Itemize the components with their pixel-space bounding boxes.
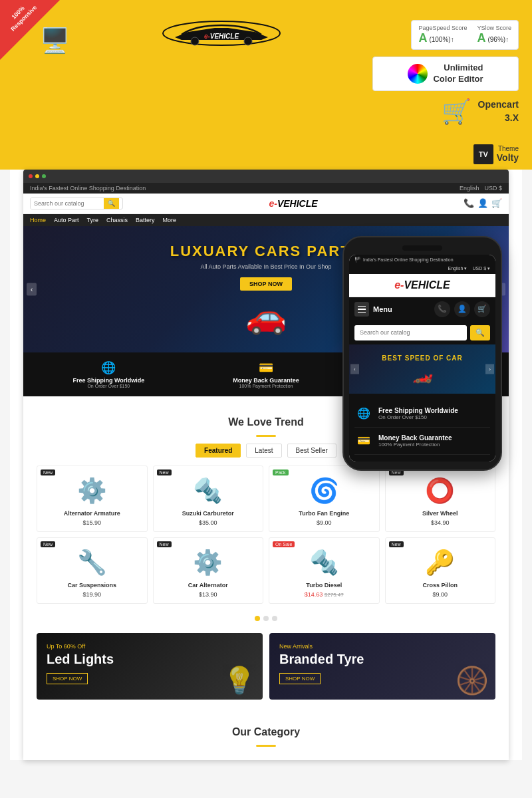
color-editor-text: Unlimited Color Editor (433, 63, 483, 85)
phone-user-btn[interactable]: 👤 (454, 301, 470, 317)
product-name-diesel: Turbo Diesel (275, 582, 374, 589)
opencart-box: 🛒 Opencart 3.X (372, 98, 519, 126)
phone-feature-money-back: 💳 Money Back Guarantee 100% Payment Prot… (354, 428, 490, 455)
phone-menu-label: Menu (373, 305, 430, 313)
feature-money-title: Money Back Guarantee (188, 377, 345, 384)
shipping-icon: 🌐 (30, 360, 188, 375)
tab-latest[interactable]: Latest (246, 444, 281, 458)
phone-currency-btn[interactable]: USD $ ▾ (472, 266, 490, 271)
phone-top-bar: 🏴 India's Fastest Online Shopping Destin… (349, 255, 495, 265)
browser-dot-green (42, 174, 46, 178)
promo-tyre-shop-btn[interactable]: SHOP NOW (279, 673, 321, 684)
nav-chassis[interactable]: Chassis (106, 217, 128, 223)
cart-icon: 🛒 (442, 98, 471, 126)
nav-home[interactable]: Home (30, 217, 46, 223)
phone-shipping-sub: On Order Over $150 (378, 414, 458, 420)
product-badge-new6: New (389, 541, 404, 547)
nav-more[interactable]: More (163, 217, 177, 223)
product-name-turbo: Turbo Fan Engine (275, 510, 374, 517)
promo-tyre-banner: New Arrivals Branded Tyre SHOP NOW 🛞 (269, 633, 495, 700)
phone-features: 🌐 Free Shipping Worldwide On Order Over … (349, 394, 495, 462)
user-icon[interactable]: 👤 (477, 198, 488, 208)
pagination-dot-3[interactable] (272, 616, 277, 621)
themevolty-section: TV Theme Volty (0, 139, 532, 170)
product-img-carb: 🔩 (159, 477, 258, 505)
phone-notch (402, 245, 442, 251)
hamburger-menu[interactable] (354, 302, 369, 317)
nav-tyre[interactable]: Tyre (87, 217, 99, 223)
products-grid: New ⚙️ Alternator Armature $15.90 New 🔩 … (23, 466, 509, 610)
score-box: PageSpeed Score A (100%)↑ YSlow Score A … (411, 20, 519, 50)
color-wheel-icon (408, 64, 428, 84)
phone-menu-row: Menu 📞 👤 🛒 (349, 297, 495, 321)
phone-store-tagline: India's Fastest Online Shopping Destinat… (363, 257, 454, 262)
product-img-susp: 🔧 (43, 549, 142, 577)
promo-led-tag: Up To 60% Off (47, 643, 253, 650)
product-badge-pack: Pack (273, 469, 289, 475)
tab-best-seller[interactable]: Best Seller (287, 444, 336, 458)
phone-icon[interactable]: 📞 (464, 198, 474, 208)
product-card: New 🔑 Cross Pillon $9.00 (385, 537, 496, 604)
shop-now-button[interactable]: SHOP NOW (240, 277, 292, 291)
language-selector[interactable]: English (460, 185, 479, 192)
phone-hero-title: BEST SPEED OF CAR (354, 354, 490, 362)
phone-hero-next[interactable]: › (485, 364, 494, 374)
product-badge-new5: New (157, 541, 172, 547)
product-card: New 🔩 Suzuki Carburetor $35.00 (153, 466, 264, 532)
hamburger-line-2 (358, 309, 366, 310)
product-badge-new: New (41, 469, 55, 475)
our-category-section: Our Category (23, 706, 509, 760)
promo-led-banner: Up To 60% Off Led Lights SHOP NOW 💡 (37, 633, 263, 700)
phone-feature-money-text: Money Back Guarantee 100% Payment Protec… (378, 434, 452, 448)
phone-logo-rest: VEHICLE (404, 279, 450, 291)
phone-hero-prev[interactable]: ‹ (350, 364, 359, 374)
search-box: 🔍 (30, 198, 123, 209)
pagination-dots (23, 610, 509, 626)
feature-money-sub: 100% Payment Protection (188, 384, 345, 388)
logo-area: e-VEHICLE (70, 13, 372, 50)
pagespeed-score: PageSpeed Score A (100%)↑ (418, 25, 467, 45)
product-price-cross: $9.00 (391, 591, 490, 598)
opencart-label: Opencart 3.X (478, 98, 519, 124)
store-logo: e-VEHICLE (269, 198, 317, 209)
product-name-carb: Suzuki Carburetor (159, 510, 258, 517)
phone-logo-area: e-VEHICLE (349, 274, 495, 297)
color-editor-box: Unlimited Color Editor (372, 57, 519, 91)
cart-header-icon[interactable]: 🛒 (491, 198, 502, 208)
section-divider-bar (256, 435, 276, 437)
nav-battery[interactable]: Battery (136, 217, 155, 223)
product-price: $15.90 (43, 519, 142, 526)
phone-cart-btn[interactable]: 🛒 (474, 301, 490, 317)
phone-money-sub: 100% Payment Protection (378, 442, 452, 448)
search-input[interactable] (31, 198, 104, 209)
phone-call-btn[interactable]: 📞 (434, 301, 450, 317)
pagination-dot-2[interactable] (263, 616, 269, 621)
feature-shipping: 🌐 Free Shipping Worldwide On Order Over … (30, 360, 188, 388)
phone-search-button[interactable]: 🔍 (470, 325, 490, 340)
logo-rest: VEHICLE (277, 198, 318, 209)
phone-money-title: Money Back Guarantee (378, 434, 452, 442)
currency-selector[interactable]: USD $ (484, 185, 502, 192)
product-img-wheel: ⭕ (391, 477, 490, 505)
phone-logo-e: e- (394, 279, 404, 291)
phone-search-row: 🔍 (349, 321, 495, 344)
phone-lang-btn[interactable]: English ▾ (448, 266, 467, 271)
product-price-diesel: $14.63 $275.47 (275, 591, 374, 598)
phone-search-input[interactable] (354, 325, 467, 340)
hero-prev-btn[interactable]: ‹ (27, 283, 37, 295)
phone-outer: 🏴 India's Fastest Online Shopping Destin… (342, 236, 502, 471)
category-divider (256, 745, 276, 747)
phone-money-icon: 💳 (354, 432, 373, 450)
search-button[interactable]: 🔍 (104, 198, 119, 209)
tab-featured[interactable]: Featured (196, 444, 241, 458)
promo-tyre-title: Branded Tyre (279, 652, 485, 667)
phone-hero: ‹ BEST SPEED OF CAR 🏎️ › (349, 344, 495, 394)
nav-auto-part[interactable]: Auto Part (54, 217, 79, 223)
content-wrapper: India's Fastest Online Shopping Destinat… (10, 170, 522, 760)
pagination-dot-1[interactable] (255, 616, 260, 621)
tv-icon: TV (473, 144, 493, 164)
promo-led-shop-btn[interactable]: SHOP NOW (47, 673, 88, 684)
product-img-alt2: ⚙️ (159, 549, 258, 577)
phone-logo: e-VEHICLE (349, 279, 495, 291)
top-section: 100% Responsive 🖥️ e-VEHICLE PageSpeed S… (0, 0, 532, 139)
